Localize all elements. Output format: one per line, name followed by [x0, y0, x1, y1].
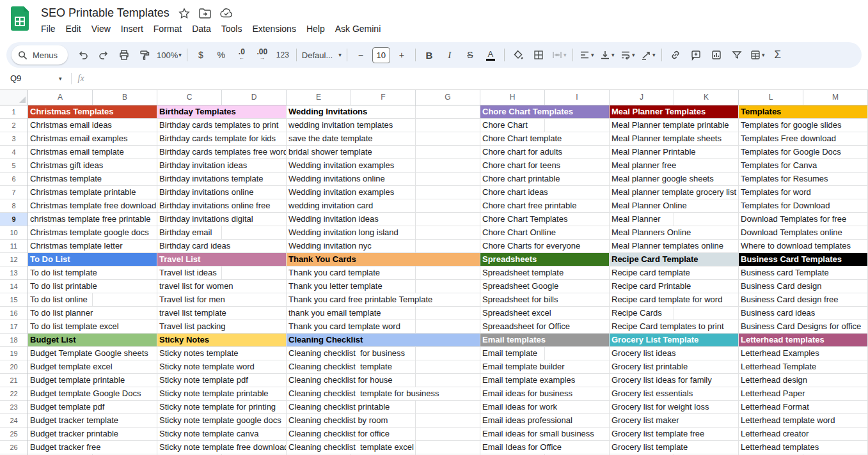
paint-format-button[interactable]	[134, 46, 155, 64]
cell-A17[interactable]: To do list template excel	[28, 320, 157, 333]
menu-file[interactable]: File	[36, 22, 61, 36]
chevron-down-icon[interactable]: ▾	[59, 75, 62, 82]
cell-H10[interactable]: Chore Chart Onlline	[480, 226, 609, 239]
cell-E21[interactable]: Cleaning checklist for house	[287, 374, 480, 387]
menu-view[interactable]: View	[86, 22, 116, 36]
cell-L19[interactable]: Letterhead Examples	[739, 347, 867, 360]
cell-C13[interactable]: Travel list ideas	[157, 266, 286, 279]
cell-A18[interactable]: Budget List	[28, 334, 157, 346]
cell-A4[interactable]: Christmas email template	[28, 146, 157, 158]
cell-A14[interactable]: To do list printable	[28, 280, 157, 293]
fill-color-button[interactable]	[508, 46, 528, 64]
strikethrough-button[interactable]: S	[460, 46, 480, 64]
cell-L2[interactable]: Templates for google slides	[739, 119, 867, 132]
cell-L14[interactable]: Business Card design	[739, 280, 867, 293]
cell-C25[interactable]: Sticky note template canva	[157, 428, 286, 440]
cell-J22[interactable]: Grocery list essentials	[610, 387, 738, 400]
menu-data[interactable]: Data	[187, 22, 216, 36]
cell-H11[interactable]: Chore Charts for everyone	[480, 240, 609, 252]
row-header-5[interactable]: 5	[0, 159, 28, 173]
cell-J21[interactable]: Grocery list ideas for family	[610, 374, 738, 387]
star-icon[interactable]	[178, 8, 190, 19]
cell-E6[interactable]: Wedding invitations online	[287, 173, 480, 185]
cell-H7[interactable]: Chore chart ideas	[480, 186, 609, 199]
cell-A7[interactable]: Christmas template printable	[28, 186, 157, 199]
format-percent-button[interactable]: %	[211, 46, 232, 64]
cell-A1[interactable]: Christmas Templates	[28, 105, 157, 118]
cell-H5[interactable]: Chore chart for teens	[480, 159, 609, 172]
row-header-17[interactable]: 17	[0, 320, 28, 334]
row-header-14[interactable]: 14	[0, 280, 28, 293]
cell-L7[interactable]: Templates for word	[739, 186, 867, 199]
cell-A16[interactable]: To do list planner	[28, 307, 157, 320]
cell-C2[interactable]: Birthday cards templates to print	[157, 119, 286, 132]
cell-L8[interactable]: Templates for Download	[739, 199, 867, 212]
cell-C21[interactable]: Sticky note template pdf	[157, 374, 286, 387]
cell-A21[interactable]: Budget template printable	[28, 374, 157, 387]
cell-C19[interactable]: Sticky notes template	[157, 347, 286, 360]
cell-E20[interactable]: Cleaning checklist template	[287, 360, 480, 373]
cell-A22[interactable]: Budget template Google Docs	[28, 387, 157, 400]
functions-button[interactable]: Σ	[768, 46, 788, 64]
cell-J2[interactable]: Meal Planner template printable	[610, 119, 738, 132]
cell-C18[interactable]: Sticky Notes	[157, 334, 286, 346]
cell-J16[interactable]: Recipe Cards	[610, 307, 738, 320]
cell-L15[interactable]: Business Card design free	[739, 293, 867, 306]
cell-L12[interactable]: Business Card Templates	[739, 253, 867, 266]
cell-H22[interactable]: Email ideas for business	[480, 387, 609, 400]
menu-ask-gemini[interactable]: Ask Gemini	[330, 22, 386, 36]
row-header-16[interactable]: 16	[0, 307, 28, 320]
cell-J24[interactable]: Grocery list maker	[610, 414, 738, 427]
cell-C8[interactable]: Birthday invitations online free	[157, 199, 286, 212]
increase-decimal-button[interactable]: .00→	[252, 46, 272, 64]
cell-A2[interactable]: Christmas email ideas	[28, 119, 157, 132]
cell-L6[interactable]: Templates for Resumes	[739, 173, 867, 185]
column-header-A[interactable]: A	[28, 90, 93, 105]
cell-E1[interactable]: Wedding Invitations	[287, 105, 480, 118]
formula-input[interactable]	[84, 68, 868, 89]
cell-A24[interactable]: Budget tracker template	[28, 414, 157, 427]
zoom-control[interactable]: 100% ▾	[155, 46, 184, 64]
cell-E19[interactable]: Cleaning checklist for business	[287, 347, 480, 360]
cell-A20[interactable]: Budget template excel	[28, 360, 157, 373]
bold-button[interactable]: B	[419, 46, 439, 64]
cell-A8[interactable]: Christmas template free download	[28, 199, 157, 212]
cell-E11[interactable]: Wedding invitation nyc	[287, 240, 480, 252]
cell-J7[interactable]: Meal planner template grocery list	[610, 186, 738, 199]
row-header-18[interactable]: 18	[0, 334, 28, 347]
row-header-23[interactable]: 23	[0, 401, 28, 414]
menu-extensions[interactable]: Extensions	[247, 22, 301, 36]
column-header-H[interactable]: H	[480, 90, 545, 105]
row-header-19[interactable]: 19	[0, 347, 28, 360]
row-header-6[interactable]: 6	[0, 173, 28, 186]
print-button[interactable]	[114, 46, 134, 64]
cell-A9[interactable]: christmas template free printable	[28, 213, 157, 226]
menus-search-button[interactable]: Menus	[12, 45, 68, 65]
cell-E3[interactable]: save the date template	[287, 132, 480, 145]
cell-C5[interactable]: Birthday invitation ideas	[157, 159, 286, 172]
cell-E5[interactable]: Wedding invitation examples	[287, 159, 480, 172]
cell-C14[interactable]: travel list for women	[157, 280, 286, 293]
cell-J4[interactable]: Meal Planner Printable	[610, 146, 738, 158]
cell-L20[interactable]: Letterhead Template	[739, 360, 867, 373]
merge-cells-button[interactable]: ▾	[549, 46, 569, 64]
cell-A3[interactable]: Christmas email examples	[28, 132, 157, 145]
cell-J6[interactable]: Meal planner google sheets	[610, 173, 738, 185]
cell-C10[interactable]: Birthday email	[157, 226, 286, 239]
column-header-M[interactable]: M	[803, 90, 868, 105]
menu-help[interactable]: Help	[301, 22, 330, 36]
font-family-select[interactable]: Defaul... ▾	[300, 46, 343, 64]
cell-J5[interactable]: Meal planner free	[610, 159, 738, 172]
cell-E14[interactable]: Thank you letter template	[287, 280, 480, 293]
cell-H1[interactable]: Chore Chart Templates	[480, 105, 609, 118]
row-header-22[interactable]: 22	[0, 387, 28, 401]
insert-comment-button[interactable]	[686, 46, 706, 64]
cell-H9[interactable]: Chore Chart Templates	[480, 213, 609, 226]
cell-J13[interactable]: Recipe card template	[610, 266, 738, 279]
cell-C22[interactable]: Sticky note template printable	[157, 387, 286, 400]
cell-J25[interactable]: Grocery list template free	[610, 428, 738, 440]
cell-L1[interactable]: Templates	[739, 105, 867, 118]
cell-L23[interactable]: Letterhead Format	[739, 401, 867, 413]
cell-L18[interactable]: Letterhead templates	[739, 334, 867, 346]
vertical-align-button[interactable]: ▾	[597, 46, 617, 64]
